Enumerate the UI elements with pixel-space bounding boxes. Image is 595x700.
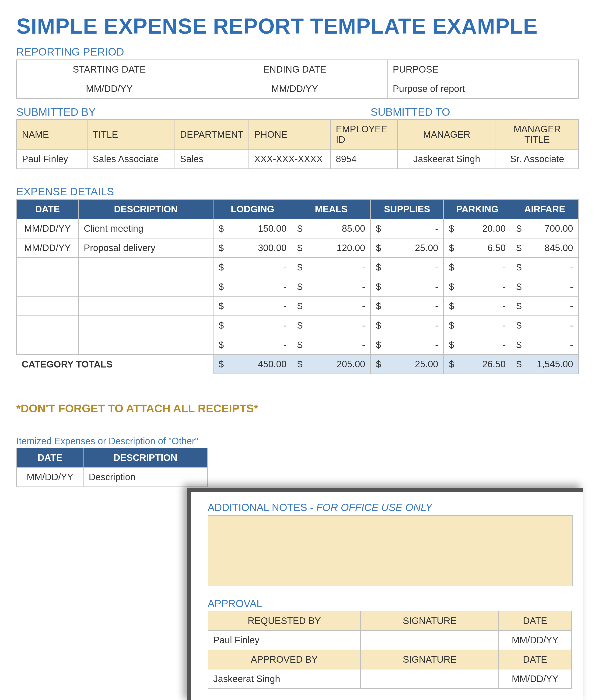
exp-airfare[interactable]: $- <box>511 258 578 277</box>
total-lodging: $450.00 <box>213 355 292 374</box>
reporting-start-value[interactable]: MM/DD/YY <box>17 79 202 99</box>
approval-table: REQUESTED BY SIGNATURE DATE Paul Finley … <box>208 611 572 689</box>
submitted-managertitle-header: MANAGER TITLE <box>496 119 578 149</box>
submitted-managertitle[interactable]: Sr. Associate <box>496 149 578 169</box>
itemized-desc[interactable]: Description <box>83 467 207 487</box>
exp-supplies[interactable]: $- <box>371 219 444 238</box>
approval-h-date1: DATE <box>499 611 571 631</box>
submitted-name[interactable]: Paul Finley <box>17 149 87 169</box>
exp-meals[interactable]: $85.00 <box>292 219 371 238</box>
exp-h-desc: DESCRIPTION <box>78 199 213 219</box>
exp-h-date: DATE <box>17 199 78 219</box>
exp-parking[interactable]: $6.50 <box>444 238 511 258</box>
submitted-phone[interactable]: XXX-XXX-XXXX <box>249 149 331 169</box>
exp-desc[interactable] <box>78 277 213 296</box>
exp-desc[interactable] <box>78 296 213 316</box>
exp-parking[interactable]: $- <box>444 296 511 316</box>
exp-airfare[interactable]: $700.00 <box>511 219 578 238</box>
approval-label: APPROVAL <box>208 598 572 610</box>
exp-h-lodging: LODGING <box>213 199 292 219</box>
approval-approved-date[interactable]: MM/DD/YY <box>499 669 571 689</box>
exp-airfare[interactable]: $- <box>511 335 578 355</box>
exp-desc[interactable] <box>78 258 213 277</box>
exp-parking[interactable]: $- <box>444 277 511 296</box>
exp-lodging[interactable]: $- <box>213 258 292 277</box>
exp-airfare[interactable]: $- <box>511 277 578 296</box>
submitted-title[interactable]: Sales Associate <box>87 149 174 169</box>
exp-parking[interactable]: $- <box>444 316 511 335</box>
submitted-dept-header: DEPARTMENT <box>175 119 249 149</box>
approval-requested-name[interactable]: Paul Finley <box>208 631 361 650</box>
exp-desc[interactable] <box>78 316 213 335</box>
exp-supplies[interactable]: $- <box>371 277 444 296</box>
notes-label-text: ADDITIONAL NOTES - <box>208 502 316 513</box>
reporting-end-value[interactable]: MM/DD/YY <box>202 79 388 99</box>
additional-notes-box[interactable] <box>208 515 573 586</box>
expense-row: MM/DD/YYProposal delivery$300.00$120.00$… <box>17 238 578 258</box>
expense-row: $-$-$-$-$- <box>17 258 578 277</box>
exp-parking[interactable]: $20.00 <box>444 219 511 238</box>
exp-airfare[interactable]: $845.00 <box>511 238 578 258</box>
submitted-phone-header: PHONE <box>249 119 331 149</box>
exp-desc[interactable]: Client meeting <box>78 219 213 238</box>
submitted-manager[interactable]: Jaskeerat Singh <box>398 149 496 169</box>
itemized-date[interactable]: MM/DD/YY <box>17 467 83 487</box>
receipts-reminder: *DON'T FORGET TO ATTACH ALL RECEIPTS* <box>16 402 579 415</box>
exp-meals[interactable]: $- <box>292 296 371 316</box>
submitted-empid[interactable]: 8954 <box>331 149 397 169</box>
exp-date[interactable] <box>17 316 78 335</box>
exp-date[interactable]: MM/DD/YY <box>17 219 78 238</box>
category-totals-label: CATEGORY TOTALS <box>17 355 213 374</box>
exp-airfare[interactable]: $- <box>511 296 578 316</box>
exp-date[interactable] <box>17 277 78 296</box>
additional-notes-label: ADDITIONAL NOTES - FOR OFFICE USE ONLY <box>208 502 572 513</box>
itemized-h-date: DATE <box>17 448 83 467</box>
exp-supplies[interactable]: $25.00 <box>371 238 444 258</box>
exp-meals[interactable]: $- <box>292 277 371 296</box>
exp-desc[interactable]: Proposal delivery <box>78 238 213 258</box>
exp-lodging[interactable]: $- <box>213 316 292 335</box>
submitted-to-label: SUBMITTED TO <box>371 106 450 118</box>
exp-lodging[interactable]: $- <box>213 335 292 355</box>
reporting-purpose-header: PURPOSE <box>387 60 578 79</box>
approval-approved-name[interactable]: Jaskeerat Singh <box>208 669 361 689</box>
exp-parking[interactable]: $- <box>444 335 511 355</box>
reporting-purpose-value[interactable]: Purpose of report <box>387 79 578 99</box>
approval-h-signature1: SIGNATURE <box>361 611 499 631</box>
approval-requested-signature[interactable] <box>361 631 499 650</box>
exp-date[interactable] <box>17 296 78 316</box>
exp-date[interactable] <box>17 258 78 277</box>
exp-meals[interactable]: $- <box>292 316 371 335</box>
exp-lodging[interactable]: $- <box>213 296 292 316</box>
exp-desc[interactable] <box>78 335 213 355</box>
exp-meals[interactable]: $- <box>292 258 371 277</box>
approval-requested-date[interactable]: MM/DD/YY <box>499 631 571 650</box>
expense-details-table: DATE DESCRIPTION LODGING MEALS SUPPLIES … <box>16 199 579 374</box>
exp-h-meals: MEALS <box>292 199 371 219</box>
exp-supplies[interactable]: $- <box>371 296 444 316</box>
submitted-name-header: NAME <box>17 119 87 149</box>
itemized-label: Itemized Expenses or Description of "Oth… <box>16 436 579 446</box>
reporting-period-table: STARTING DATE ENDING DATE PURPOSE MM/DD/… <box>16 59 579 99</box>
exp-meals[interactable]: $120.00 <box>292 238 371 258</box>
page-title: SIMPLE EXPENSE REPORT TEMPLATE EXAMPLE <box>16 14 579 38</box>
exp-lodging[interactable]: $300.00 <box>213 238 292 258</box>
approval-h-requested: REQUESTED BY <box>208 611 361 631</box>
exp-lodging[interactable]: $- <box>213 277 292 296</box>
expense-row: $-$-$-$-$- <box>17 335 578 355</box>
exp-date[interactable] <box>17 335 78 355</box>
exp-date[interactable]: MM/DD/YY <box>17 238 78 258</box>
exp-meals[interactable]: $- <box>292 335 371 355</box>
exp-airfare[interactable]: $- <box>511 316 578 335</box>
exp-parking[interactable]: $- <box>444 258 511 277</box>
submitted-dept[interactable]: Sales <box>175 149 249 169</box>
total-parking: $26.50 <box>444 355 511 374</box>
total-meals: $205.00 <box>292 355 371 374</box>
exp-h-parking: PARKING <box>444 199 511 219</box>
exp-lodging[interactable]: $150.00 <box>213 219 292 238</box>
notes-sublabel: FOR OFFICE USE ONLY <box>316 502 432 513</box>
approval-approved-signature[interactable] <box>361 669 499 689</box>
exp-supplies[interactable]: $- <box>371 335 444 355</box>
exp-supplies[interactable]: $- <box>371 316 444 335</box>
exp-supplies[interactable]: $- <box>371 258 444 277</box>
